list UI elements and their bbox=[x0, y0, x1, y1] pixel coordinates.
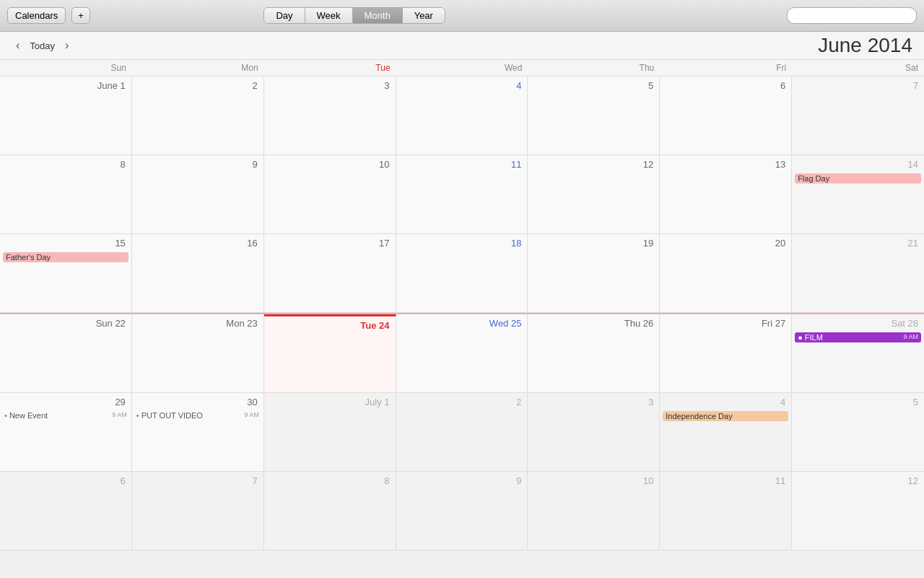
day-cell-july3[interactable]: 3 bbox=[528, 393, 660, 471]
view-month-button[interactable]: Month bbox=[353, 8, 403, 23]
day-cell-wed25[interactable]: Wed 25 bbox=[396, 314, 528, 392]
day-cell[interactable]: 7 bbox=[792, 77, 924, 155]
year-label: 2014 bbox=[868, 34, 912, 56]
day-cell[interactable]: 16 bbox=[132, 234, 264, 312]
day-cell-sat28[interactable]: Sat 28 ● FILM 9 AM bbox=[792, 314, 924, 392]
day-cell-july1[interactable]: July 1 bbox=[264, 393, 396, 471]
day-number: 9 bbox=[398, 473, 526, 489]
search-wrapper: 🔍 bbox=[787, 7, 917, 24]
day-cell[interactable]: 6 bbox=[660, 77, 792, 155]
independence-day-event[interactable]: Independence Day bbox=[663, 411, 788, 421]
day-cell-july6[interactable]: 6 bbox=[0, 472, 132, 550]
day-cell-july12[interactable]: 12 bbox=[792, 472, 924, 550]
week-row: 8 9 10 11 12 13 14 Flag Day bbox=[0, 155, 924, 234]
day-cell-29[interactable]: 29 • New Event 9 AM bbox=[0, 393, 132, 471]
view-year-button[interactable]: Year bbox=[403, 8, 445, 23]
nav-left: ‹ Today › bbox=[12, 38, 73, 53]
day-cell[interactable]: 17 bbox=[264, 234, 396, 312]
day-number: Sat 28 bbox=[793, 316, 923, 332]
day-number: 3 bbox=[529, 394, 658, 410]
day-cell[interactable]: 8 bbox=[0, 155, 132, 233]
day-cell[interactable]: 15 Father's Day bbox=[0, 234, 132, 312]
search-input[interactable] bbox=[787, 7, 917, 24]
day-cell[interactable]: 11 bbox=[396, 155, 528, 233]
day-cell[interactable]: 21 bbox=[792, 234, 924, 312]
today-week-row: Sun 22 Mon 23 Tue 24 Wed 25 Thu 26 Fri 2… bbox=[0, 313, 924, 393]
day-number: 29 bbox=[1, 394, 130, 410]
day-number: 8 bbox=[1, 157, 130, 173]
week-row: June 1 2 3 4 5 6 7 bbox=[0, 77, 924, 155]
day-number: 13 bbox=[661, 157, 790, 173]
day-number: 3 bbox=[266, 78, 394, 94]
day-number: 8 bbox=[266, 473, 394, 489]
day-cell[interactable]: 12 bbox=[528, 155, 660, 233]
day-number: 2 bbox=[134, 78, 262, 94]
day-cell-july8[interactable]: 8 bbox=[264, 472, 396, 550]
toolbar: Calendars + Day Week Month Year 🔍 bbox=[0, 0, 924, 32]
day-number: Thu 26 bbox=[529, 316, 658, 332]
header-thu: Thu bbox=[528, 60, 660, 76]
day-number: Mon 23 bbox=[134, 316, 262, 332]
day-number: 10 bbox=[266, 157, 394, 173]
fathers-day-event[interactable]: Father's Day bbox=[3, 252, 128, 262]
day-number: 14 bbox=[793, 157, 923, 173]
today-button[interactable]: Today bbox=[30, 40, 55, 51]
film-event[interactable]: ● FILM 9 AM bbox=[795, 332, 921, 342]
day-cell[interactable]: 20 bbox=[660, 234, 792, 312]
day-cell-thu26[interactable]: Thu 26 bbox=[528, 314, 660, 392]
day-cell-tue24[interactable]: Tue 24 bbox=[264, 314, 396, 392]
day-cell-july4[interactable]: 4 Independence Day bbox=[660, 393, 792, 471]
day-number: 7 bbox=[134, 473, 262, 489]
day-number: July 1 bbox=[266, 394, 394, 410]
calendars-button[interactable]: Calendars bbox=[7, 7, 66, 24]
week-row: 29 • New Event 9 AM 30 • PUT OUT VIDEO 9… bbox=[0, 393, 924, 472]
month-title: June 2014 bbox=[818, 34, 912, 57]
day-cell-fri27[interactable]: Fri 27 bbox=[660, 314, 792, 392]
day-cell-july11[interactable]: 11 bbox=[660, 472, 792, 550]
view-week-button[interactable]: Week bbox=[305, 8, 353, 23]
header-tue: Tue bbox=[264, 60, 396, 76]
day-cell-30[interactable]: 30 • PUT OUT VIDEO 9 AM bbox=[132, 393, 264, 471]
day-cell[interactable]: 4 bbox=[396, 77, 528, 155]
day-number: 19 bbox=[529, 236, 658, 251]
view-day-button[interactable]: Day bbox=[264, 8, 305, 23]
new-event[interactable]: • New Event 9 AM bbox=[1, 410, 130, 420]
day-number: 7 bbox=[793, 78, 923, 94]
day-cell-july2[interactable]: 2 bbox=[396, 393, 528, 471]
day-headers: Sun Mon Tue Wed Thu Fri Sat bbox=[0, 60, 924, 77]
day-cell[interactable]: June 1 bbox=[0, 77, 132, 155]
flag-day-event[interactable]: Flag Day bbox=[795, 173, 921, 184]
day-number: 6 bbox=[661, 78, 790, 94]
put-out-video-event[interactable]: • PUT OUT VIDEO 9 AM bbox=[134, 410, 262, 420]
prev-arrow[interactable]: ‹ bbox=[12, 38, 24, 53]
day-cell[interactable]: 2 bbox=[132, 77, 264, 155]
next-arrow[interactable]: › bbox=[61, 38, 73, 53]
day-cell-july7[interactable]: 7 bbox=[132, 472, 264, 550]
day-number: 6 bbox=[1, 473, 130, 489]
day-cell-sun22[interactable]: Sun 22 bbox=[0, 314, 132, 392]
day-cell-july5[interactable]: 5 bbox=[792, 393, 924, 471]
day-cell[interactable]: 13 bbox=[660, 155, 792, 233]
film-event-label: ● FILM bbox=[798, 333, 823, 342]
day-number: 9 bbox=[134, 157, 262, 173]
day-cell[interactable]: 19 bbox=[528, 234, 660, 312]
day-number: 11 bbox=[661, 473, 790, 489]
day-cell-july9[interactable]: 9 bbox=[396, 472, 528, 550]
add-event-button[interactable]: + bbox=[71, 7, 90, 24]
day-number: 18 bbox=[398, 236, 526, 251]
day-cell-mon23[interactable]: Mon 23 bbox=[132, 314, 264, 392]
day-number: 4 bbox=[661, 394, 790, 410]
day-cell-july10[interactable]: 10 bbox=[528, 472, 660, 550]
week-row: 15 Father's Day 16 17 18 19 20 21 bbox=[0, 234, 924, 313]
day-cell[interactable]: 3 bbox=[264, 77, 396, 155]
day-cell[interactable]: 14 Flag Day bbox=[792, 155, 924, 233]
header-fri: Fri bbox=[660, 60, 792, 76]
day-cell[interactable]: 9 bbox=[132, 155, 264, 233]
day-cell[interactable]: 18 bbox=[396, 234, 528, 312]
day-number: 12 bbox=[529, 157, 658, 173]
day-cell[interactable]: 5 bbox=[528, 77, 660, 155]
month-name: June bbox=[818, 34, 862, 56]
film-event-time: 9 AM bbox=[903, 333, 918, 342]
day-cell[interactable]: 10 bbox=[264, 155, 396, 233]
day-number: Sun 22 bbox=[1, 316, 130, 332]
